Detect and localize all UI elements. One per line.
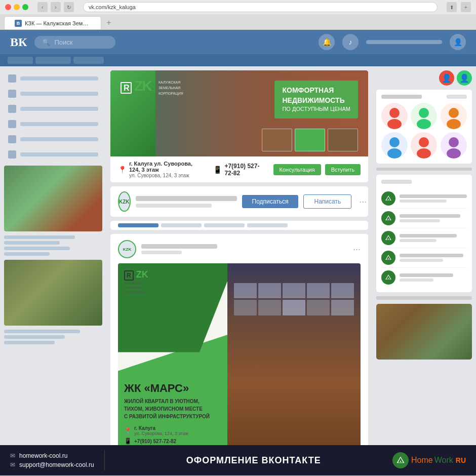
link-item-4[interactable] <box>381 248 467 268</box>
svg-point-4 <box>449 108 459 118</box>
sidebar-nav-news[interactable] <box>4 87 102 101</box>
bell-icon[interactable]: 🔔 <box>319 34 335 50</box>
svg-point-1 <box>387 119 402 129</box>
minimize-button[interactable] <box>14 4 20 10</box>
sidebar-nav-home[interactable] <box>4 71 102 86</box>
vk-nav-bar <box>0 54 476 66</box>
mail-icon-2: ✉ <box>10 461 15 468</box>
bottom-logo[interactable]: HomeWork RU <box>392 452 466 468</box>
tab-photos[interactable] <box>161 223 202 227</box>
home-icon <box>8 74 16 83</box>
banner-logo-area: R ZK <box>121 78 151 94</box>
reload-button[interactable]: ↻ <box>64 2 74 12</box>
vk-search[interactable]: 🔍 Поиск <box>34 36 115 49</box>
link-text-2 <box>400 214 467 222</box>
close-button[interactable] <box>5 4 11 10</box>
vk-header-icons: 🔔 ♪ 👤 <box>319 34 466 50</box>
maximize-button[interactable] <box>22 4 28 10</box>
links-card <box>376 175 472 292</box>
header-avatar-1: 👤 <box>439 70 454 86</box>
sidebar-nav-games[interactable] <box>4 147 102 162</box>
sidebar-nav-groups[interactable] <box>4 132 102 146</box>
share-button[interactable]: ⬆ <box>447 2 457 12</box>
search-icon: 🔍 <box>42 38 50 46</box>
post-avatar: KZK <box>118 240 136 258</box>
vk-logo: ВК <box>10 35 27 49</box>
member-2[interactable] <box>411 103 437 129</box>
link-text-4 <box>400 254 467 262</box>
post-more-icon[interactable]: ··· <box>353 244 361 255</box>
sidebar-line-4 <box>4 252 50 256</box>
music-icon[interactable]: ♪ <box>342 34 359 50</box>
group-meta <box>136 196 237 208</box>
banner-headline: КОМФОРТНАЯ НЕДВИЖИМОСТЬ ПО ДОСТУПНЫМ ЦЕН… <box>282 86 350 113</box>
banner-company-name: КАЛУЖСКАЯ ЗЕМЕЛЬНАЯ КОРПОРАЦИЯ <box>158 80 183 97</box>
join-button[interactable]: Вступить <box>325 164 361 175</box>
sidebar-text-1 <box>4 235 102 256</box>
svg-point-12 <box>388 199 389 200</box>
member-6[interactable] <box>441 132 467 158</box>
group-tabs <box>110 221 368 230</box>
nav-item-messages <box>73 57 104 64</box>
more-options-icon[interactable]: ··· <box>359 196 367 207</box>
vk-page: ВК 🔍 Поиск 🔔 ♪ 👤 <box>0 30 476 445</box>
tab-posts[interactable] <box>118 223 158 227</box>
svg-point-17 <box>400 461 401 462</box>
traffic-lights <box>5 4 28 10</box>
message-button[interactable]: Написать <box>303 194 351 209</box>
sidebar-line-7 <box>4 341 55 344</box>
browser-nav: ‹ › ↻ <box>37 2 74 12</box>
new-tab-button[interactable]: + <box>104 16 114 29</box>
post-logo: R ZK КАЛУЖСКАЯ ЗЕМЕЛЬНАЯ КОРПОРАЦИЯ <box>124 269 148 295</box>
link-text-1 <box>400 194 467 203</box>
subscribe-button[interactable]: Подписаться <box>242 195 299 208</box>
browser-chrome: ‹ › ↻ vk.com/kzk_kaluga ⬆ + В КЗК — Калу… <box>0 0 476 30</box>
svg-point-11 <box>447 148 461 158</box>
bottom-promo-area: ОФОРМЛЕНИЕ ВКОНТАКТЕ <box>115 455 392 466</box>
banner-image: R ZK КАЛУЖСКАЯ ЗЕМЕЛЬНАЯ КОРПОРАЦИЯ КОМФ… <box>110 70 368 156</box>
svg-point-5 <box>447 119 461 129</box>
link-icon-5 <box>381 270 395 285</box>
link-item-5[interactable] <box>381 268 467 287</box>
thumbnail-2 <box>295 129 325 151</box>
link-item-2[interactable] <box>381 209 467 228</box>
post-building <box>227 263 361 445</box>
browser-tabs: В КЗК — Калужская Земельная Корпорация + <box>0 14 476 29</box>
messages-icon <box>8 105 16 113</box>
post-header: KZK ··· <box>118 240 361 258</box>
sidebar-messages-label <box>20 107 98 111</box>
svg-point-0 <box>389 108 400 118</box>
link-icon-1 <box>381 191 395 206</box>
bottom-bar: ✉ homework-cool.ru ✉ support@homework-co… <box>0 445 476 475</box>
active-tab[interactable]: В КЗК — Калужская Земельная Корпорация <box>4 16 101 29</box>
right-bottom-photo <box>376 304 472 360</box>
member-3[interactable] <box>441 103 467 129</box>
forward-button[interactable]: › <box>51 2 61 12</box>
member-4[interactable] <box>381 132 408 158</box>
link-item-3[interactable] <box>381 228 467 248</box>
sidebar-line-1 <box>4 235 75 239</box>
member-1[interactable] <box>381 103 408 129</box>
sidebar-nav-messages[interactable] <box>4 102 102 116</box>
banner-headline-box: КОМФОРТНАЯ НЕДВИЖИМОСТЬ ПО ДОСТУПНЫМ ЦЕН… <box>274 81 358 118</box>
header-avatar-2: 👤 <box>457 70 472 86</box>
link-icon-2 <box>381 211 395 225</box>
address-bar[interactable]: vk.com/kzk_kaluga <box>83 2 438 12</box>
post-title-overlay: ЖК «МАРС» ЖИЛОЙ КВАРТАЛ В УЮТНОМ, ТИХОМ,… <box>124 382 210 420</box>
sidebar-friends-label <box>20 122 98 126</box>
hw-home-text: Home <box>411 456 433 465</box>
post-image: R ZK КАЛУЖСКАЯ ЗЕМЕЛЬНАЯ КОРПОРАЦИЯ ЖК «… <box>118 263 361 445</box>
tab-videos[interactable] <box>204 223 245 227</box>
svg-point-6 <box>389 137 400 147</box>
back-button[interactable]: ‹ <box>37 2 48 12</box>
member-5[interactable] <box>411 132 437 158</box>
sidebar-line-3 <box>4 247 70 250</box>
thumbnail-1 <box>262 129 292 151</box>
consult-button[interactable]: Консультация <box>273 164 321 175</box>
profile-icon[interactable]: 👤 <box>450 34 466 50</box>
sidebar-nav-friends[interactable] <box>4 117 102 131</box>
add-tab-button[interactable]: + <box>461 2 471 12</box>
link-item-1[interactable] <box>381 189 467 209</box>
svg-point-14 <box>388 239 389 240</box>
tab-products[interactable] <box>247 223 288 227</box>
